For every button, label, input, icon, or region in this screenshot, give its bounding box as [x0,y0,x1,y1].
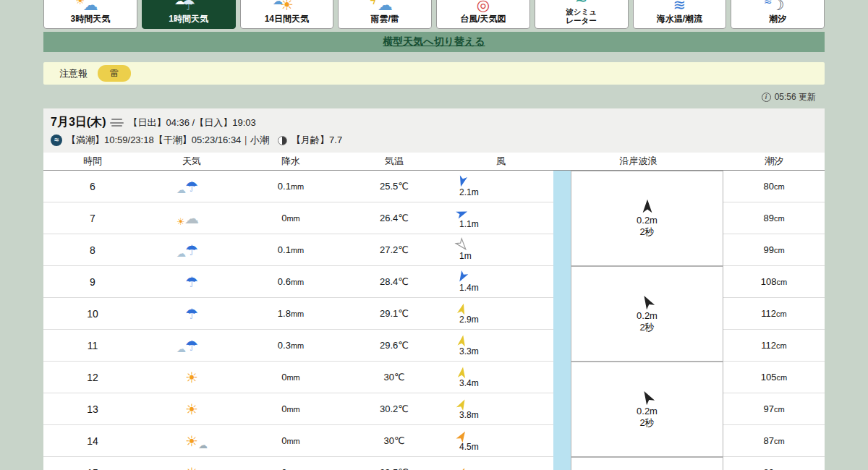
temp-cell: 30℃ [340,435,448,446]
precip-cell: 0mm [242,435,340,446]
tab[interactable]: ◎ 台風/天気図 [436,0,530,29]
temp-cell: 29.5℃ [340,467,448,470]
tab[interactable]: ☁ϟ 雨雲/雷 [338,0,432,29]
tab[interactable]: ≋ 波シミュ レーター [535,0,629,29]
tide-cell: 99cm [723,244,825,255]
tab[interactable]: ≋ 海水温/潮流 [633,0,727,29]
wind-cell: 3.8m [448,398,553,420]
temp-cell: 30℃ [340,372,448,383]
temp-cell: 26.4℃ [340,213,448,223]
tide-times-text: 【満潮】10:59/23:18【干潮】05:23/16:34｜小潮 [67,134,269,147]
time-cell: 11 [43,340,142,351]
time-cell: 14 [43,435,142,447]
col-header-waves: 沿岸波浪 [553,155,723,168]
info-icon: i [762,93,771,102]
weather-cell: ☀☁ [142,432,242,450]
wind-direction-icon [455,365,469,380]
weather-cell: ☂ [142,273,242,291]
warning-bar: 注意報 雷 [43,62,825,85]
tide-cell: 97cm [723,403,825,414]
switch-layout-link[interactable]: 横型天気へ切り替える [383,35,485,48]
tab-bar: ☁☀ 3時間天気 ☂☁ 1時間天気 ☀☁ 14日間天気 ☁ϟ 雨雲/雷 ◎ 台風… [43,0,825,29]
weather-icon: ☁☀ [182,210,201,227]
tab-label: 雨雲/雷 [370,14,399,25]
sea-strip [553,171,571,470]
time-cell: 10 [43,308,142,320]
wave-direction-icon [639,198,655,214]
hourly-table: 時間 天気 降水 気温 風 沿岸波浪 潮汐 6 ☂☁ 0.1mm 25.5℃ 2… [43,153,825,470]
weather-cell: ☂☁ [142,178,242,195]
precip-cell: 0.3mm [242,340,340,351]
wave-period: 2秒 [639,416,654,430]
temp-cell: 30.2℃ [340,403,448,414]
time-cell: 8 [43,244,142,256]
weather-cell: ☀☁ [142,464,242,470]
wind-cell: 1.1m [448,207,553,229]
tab-label: 海水温/潮流 [657,14,702,25]
tab-label: 3時間天気 [71,14,111,25]
wave-group-box [571,457,723,470]
tide-cell: 112cm [723,340,825,351]
precip-cell: 0mm [242,213,340,223]
col-header-wind: 風 [448,155,553,168]
thunder-warning-badge[interactable]: 雷 [98,65,131,82]
col-header-precip: 降水 [242,155,340,168]
weather-icon: ☀ [182,401,201,418]
weather-cell: ☀ [142,401,242,418]
col-header-tide: 潮汐 [723,155,825,168]
temp-cell: 29.6℃ [340,340,448,351]
sea-temp-icon: ≋ [673,0,686,14]
rain-cloud-icon: ☂☁ [182,0,195,14]
wave-height: 0.2m [637,406,658,416]
tab[interactable]: ☂☁ 1時間天気 [142,0,236,29]
table-body: 6 ☂☁ 0.1mm 25.5℃ 2.1m 80cm 7 ☁☀ 0mm 26.4… [43,171,825,470]
moon-age-text: 【月齢】7.7 [292,134,342,147]
weather-icon: ☂ [182,305,201,322]
col-header-temp: 気温 [340,155,448,168]
wind-direction-icon [455,333,470,349]
tab[interactable]: ☀☁ 14日間天気 [240,0,334,29]
wind-cell: 3.4m [448,366,553,388]
weather-cell: ☂☁ [142,242,242,259]
time-cell: 7 [43,213,142,224]
typhoon-icon: ◎ [477,0,490,14]
wave-height: 0.2m [637,215,658,226]
page-container: ☁☀ 3時間天気 ☂☁ 1時間天気 ☀☁ 14日間天気 ☁ϟ 雨雲/雷 ◎ 台風… [43,0,825,470]
tab[interactable]: ☽≋ 潮汐 [731,0,825,29]
time-cell: 12 [43,372,142,383]
wind-speed: 1.1m [459,219,479,229]
sunrise-sunset-text: 【日出】04:36 /【日入】19:03 [128,116,255,129]
weather-icon: ☂ [182,273,201,291]
sun-cloud-icon: ☁☀ [82,0,98,14]
precip-cell: 0.1mm [242,244,340,255]
wind-speed: 3.4m [459,378,479,388]
precip-cell: 1.8mm [242,308,340,319]
weather-cell: ☁☀ [142,210,242,227]
tab-label: 潮汐 [769,14,786,25]
temp-cell: 28.4℃ [340,276,448,287]
tab-label: 1時間天気 [169,14,208,25]
time-cell: 9 [43,276,142,288]
weather-icon: ☂☁ [182,178,201,195]
date-title: 7月3日(木) [51,115,106,130]
moon-phase-icon [278,136,287,145]
time-cell: 6 [43,181,142,192]
weather-cell: ☀ [142,369,242,386]
temp-cell: 27.2℃ [340,244,448,255]
tide-cell: 89cm [723,213,825,223]
wind-cell: 2.9m [448,302,553,325]
weather-icon: ☂☁ [182,242,201,259]
tab[interactable]: ☁☀ 3時間天気 [43,0,137,29]
tide-cell: 87cm [723,435,825,446]
thunder-cloud-icon: ☁ϟ [378,0,393,14]
table-header-row: 時間 天気 降水 気温 風 沿岸波浪 潮汐 [43,153,825,171]
tab-label: 台風/天気図 [460,14,506,25]
wave-direction-icon [636,386,658,408]
precip-cell: 0mm [242,467,340,470]
sun-cloud-icon: ☀☁ [280,0,294,14]
wave-sim-icon: ≋ [575,0,588,7]
tide-cell: 112cm [723,308,825,319]
wave-group-box: 0.2m 2秒 [571,266,723,362]
tide-cell: 105cm [723,372,825,383]
wind-cell [448,466,553,470]
